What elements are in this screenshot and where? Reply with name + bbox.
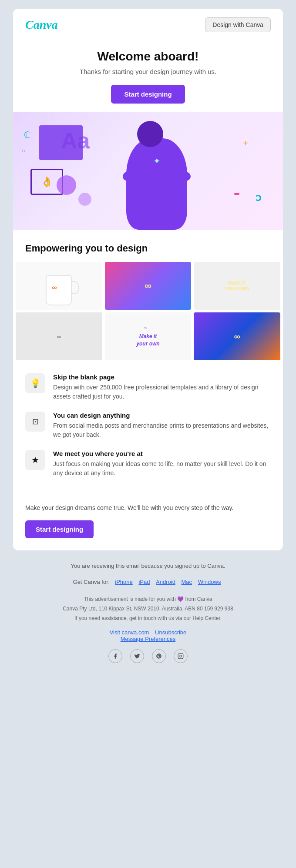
platforms-label: Get Canva for: xyxy=(73,579,110,585)
legal-line-2: Canva Pty Ltd, 110 Kippax St, NSW 2010, … xyxy=(26,604,270,614)
legal-line-1: This advertisement is made for you with … xyxy=(26,595,270,604)
facebook-icon[interactable] xyxy=(108,649,122,663)
illus-circle-light xyxy=(78,193,91,206)
email-card: Canva Design with Canva Welcome aboard! … xyxy=(13,9,283,550)
legal-line-3: If you need assistance, get in touch wit… xyxy=(26,614,270,623)
tshirt-text: MAKE ITYOUR OWN xyxy=(225,280,249,292)
start-designing-button-bottom[interactable]: Start designing xyxy=(25,520,94,538)
lightbulb-icon: 💡 xyxy=(30,378,41,389)
person-arm-left xyxy=(121,164,144,182)
illus-teal-swirl: ↄ xyxy=(256,191,261,204)
sweatshirt-logo: ∞ xyxy=(57,333,61,340)
email-footer: You are receiving this email because you… xyxy=(13,550,283,676)
card-logo: ∞ xyxy=(145,280,151,292)
canva-logo: Canva xyxy=(25,18,58,32)
product-gradient-card: ∞ xyxy=(105,262,192,310)
footer-links: Visit canva.com Unsubscribe Message Pref… xyxy=(26,629,270,642)
platform-android[interactable]: Android xyxy=(156,579,175,585)
star-icon: ★ xyxy=(31,455,39,465)
poster-text: Make ityour own xyxy=(136,333,159,348)
feature-desc-2: From social media posts and merchandise … xyxy=(53,421,271,439)
illus-circle-purple xyxy=(57,175,76,195)
mug-logo: ∞ xyxy=(52,284,57,292)
twitter-icon[interactable] xyxy=(130,649,144,663)
grad2-logo: ∞ xyxy=(234,332,240,342)
pinterest-icon[interactable] xyxy=(152,649,166,663)
feature-icon-design: ⊡ xyxy=(25,412,45,432)
poster-logo-small: ∞ xyxy=(144,325,147,330)
platform-mac[interactable]: Mac xyxy=(182,579,192,585)
start-designing-button-top[interactable]: Start designing xyxy=(111,85,185,104)
person-arm-right xyxy=(169,164,192,182)
feature-item-1: 💡 Skip the blank page Design with over 2… xyxy=(25,373,271,401)
features-section: 💡 Skip the blank page Design with over 2… xyxy=(13,363,283,499)
feature-text-1: Skip the blank page Design with over 250… xyxy=(53,373,271,401)
unsubscribe-link[interactable]: Unsubscribe xyxy=(155,629,186,636)
hero-section: Welcome aboard! Thanks for starting your… xyxy=(13,41,283,112)
hero-title: Welcome aboard! xyxy=(30,50,266,64)
footer-legal: This advertisement is made for you with … xyxy=(26,595,270,623)
feature-title-3: We meet you where you're at xyxy=(53,450,271,457)
footer-platforms: Get Canva for: iPhone iPad Android Mac W… xyxy=(26,579,270,585)
feature-desc-3: Just focus on making your ideas come to … xyxy=(53,459,271,478)
illus-pink-dash xyxy=(234,193,239,195)
product-poster: ∞ Make ityour own xyxy=(105,312,192,360)
mug-body: ∞ xyxy=(46,275,72,305)
product-sweatshirt: ∞ xyxy=(16,312,102,360)
instagram-icon[interactable] xyxy=(174,649,188,663)
illus-hand-icon: 👌 xyxy=(41,176,53,188)
person-body: ✦ xyxy=(126,138,187,230)
section-title: Empowering you to design xyxy=(13,230,283,262)
feature-text-3: We meet you where you're at Just focus o… xyxy=(53,450,271,478)
feature-icon-lightbulb: 💡 xyxy=(25,373,45,393)
product-gradient-card2: ∞ xyxy=(194,312,280,360)
mug-handle xyxy=(71,281,79,294)
feature-title-2: You can design anything xyxy=(53,412,271,419)
footer-social xyxy=(26,649,270,663)
design-icon: ⊡ xyxy=(32,417,39,426)
illus-dot-cyan: ℂ xyxy=(24,130,30,140)
feature-item-2: ⊡ You can design anything From social me… xyxy=(25,412,271,439)
illus-star-icon: + xyxy=(243,138,248,148)
product-tshirt: MAKE ITYOUR OWN xyxy=(194,262,280,310)
cta-bottom: Make your design dreams come true. We'll… xyxy=(13,499,283,550)
illus-person: ✦ ★ xyxy=(113,125,200,230)
platform-iphone[interactable]: iPhone xyxy=(115,579,132,585)
feature-icon-star: ★ xyxy=(25,450,45,470)
feature-desc-1: Design with over 250,000 free profession… xyxy=(53,383,271,401)
svg-rect-0 xyxy=(178,654,183,659)
email-header: Canva Design with Canva xyxy=(13,9,283,41)
person-star-icon: ✦ xyxy=(153,156,161,166)
footer-notice: You are receiving this email because you… xyxy=(26,563,270,569)
illus-aa-text: Aa xyxy=(61,127,90,154)
message-preferences-link[interactable]: Message Preferences xyxy=(121,636,175,642)
feature-title-1: Skip the blank page xyxy=(53,373,271,381)
hero-subtitle: Thanks for starting your design journey … xyxy=(30,68,266,75)
design-with-canva-button[interactable]: Design with Canva xyxy=(205,17,271,32)
feature-item-3: ★ We meet you where you're at Just focus… xyxy=(25,450,271,478)
platform-ipad[interactable]: iPad xyxy=(138,579,150,585)
visit-canva-link[interactable]: Visit canva.com xyxy=(110,629,149,636)
cta-text: Make your design dreams come true. We'll… xyxy=(25,503,271,513)
hero-illustration: ℂ ○ Aa 👌 ✦ ★ + xyxy=(13,112,283,230)
product-grid-row1: ∞ ∞ MAKE ITYOUR OWN xyxy=(13,262,283,310)
product-mug: ∞ xyxy=(16,262,102,310)
feature-text-2: You can design anything From social medi… xyxy=(53,412,271,439)
person-head: ★ xyxy=(137,121,163,147)
illus-dot-purple: ○ xyxy=(22,147,25,154)
outer-wrapper: Canva Design with Canva Welcome aboard! … xyxy=(0,0,296,694)
product-grid-row2: ∞ ∞ Make ityour own ∞ xyxy=(13,312,283,363)
platform-windows[interactable]: Windows xyxy=(198,579,221,585)
